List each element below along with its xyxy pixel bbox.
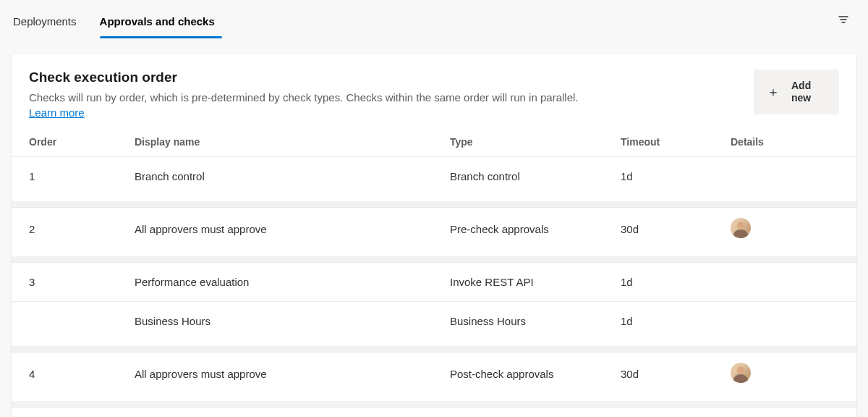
cell-display-name: Business Hours	[135, 315, 450, 327]
cell-details	[731, 218, 839, 240]
filter-icon[interactable]	[832, 8, 855, 33]
card-header: Check execution order Checks will run by…	[12, 54, 856, 132]
cell-type: Invoke REST API	[450, 276, 621, 288]
table-row[interactable]: 3 Performance evaluation Invoke REST API…	[12, 262, 856, 301]
cell-display-name: All approvers must approve	[135, 223, 450, 235]
cell-details	[731, 363, 839, 385]
order-group-5: 5 Limit concurrent resource usage Exclus…	[12, 407, 856, 417]
cell-order: 4	[29, 368, 135, 380]
add-new-label: Add new	[791, 80, 823, 104]
checks-table: Order Display name Type Timeout Details …	[12, 132, 856, 417]
table-row[interactable]: 4 All approvers must approve Post-check …	[12, 352, 856, 395]
cell-type: Post-check approvals	[450, 368, 621, 380]
card-title: Check execution order	[29, 70, 754, 85]
table-header: Order Display name Type Timeout Details	[12, 132, 856, 156]
cell-timeout: 1d	[621, 315, 731, 327]
tabs-bar: Deployments Approvals and checks	[0, 0, 868, 41]
cell-order: 2	[29, 223, 135, 235]
table-row[interactable]: 2 All approvers must approve Pre-check a…	[12, 207, 856, 250]
approver-avatar	[731, 363, 751, 383]
cell-order: 3	[29, 276, 135, 288]
add-new-button[interactable]: ＋ Add new	[754, 70, 839, 114]
order-group-4: 4 All approvers must approve Post-check …	[12, 352, 856, 395]
col-header-order[interactable]: Order	[29, 136, 135, 148]
cell-display-name: Branch control	[135, 170, 450, 182]
cell-type: Branch control	[450, 170, 621, 182]
cell-order: 1	[29, 170, 135, 182]
cell-type: Pre-check approvals	[450, 223, 621, 235]
cell-type: Business Hours	[450, 315, 621, 327]
col-header-display-name[interactable]: Display name	[135, 136, 450, 148]
table-row[interactable]: 1 Branch control Branch control 1d	[12, 156, 856, 195]
cell-timeout: 1d	[621, 170, 731, 182]
learn-more-link[interactable]: Learn more	[29, 106, 85, 119]
order-group-2: 2 All approvers must approve Pre-check a…	[12, 207, 856, 250]
approver-avatar	[731, 218, 751, 238]
cell-display-name: Performance evaluation	[135, 276, 450, 288]
plus-icon: ＋	[767, 85, 780, 98]
table-row[interactable]: Business Hours Business Hours 1d	[12, 301, 856, 340]
order-group-1: 1 Branch control Branch control 1d	[12, 156, 856, 195]
card-description: Checks will run by order, which is pre-d…	[29, 90, 754, 105]
table-row[interactable]: 5 Limit concurrent resource usage Exclus…	[12, 407, 856, 417]
order-group-3: 3 Performance evaluation Invoke REST API…	[12, 262, 856, 340]
tab-approvals-and-checks[interactable]: Approvals and checks	[100, 4, 222, 38]
col-header-type[interactable]: Type	[450, 136, 621, 148]
cell-timeout: 30d	[621, 223, 731, 235]
cell-timeout: 1d	[621, 276, 731, 288]
cell-display-name: All approvers must approve	[135, 368, 450, 380]
checks-card: Check execution order Checks will run by…	[12, 54, 856, 417]
tab-deployments[interactable]: Deployments	[13, 4, 84, 38]
col-header-details[interactable]: Details	[731, 136, 839, 148]
col-header-timeout[interactable]: Timeout	[621, 136, 731, 148]
cell-timeout: 30d	[621, 368, 731, 380]
